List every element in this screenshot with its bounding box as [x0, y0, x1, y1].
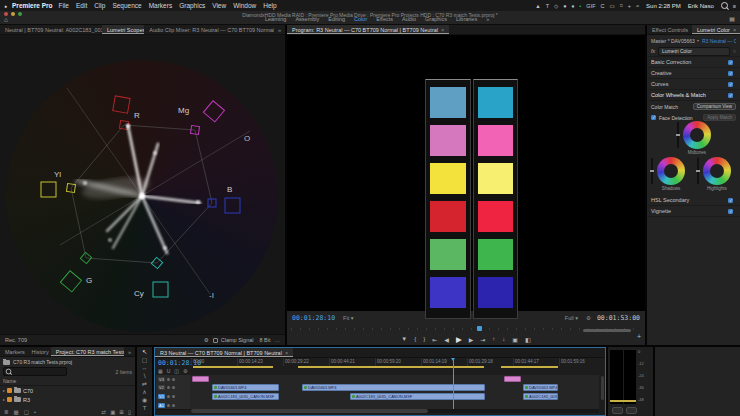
close-icon[interactable]: ×: [733, 27, 736, 33]
ripple-edit-tool[interactable]: ↔: [142, 365, 148, 372]
highlights-wheel[interactable]: [703, 157, 731, 185]
tab-sequence[interactable]: R3 Neutral — C70 BT709 Normal | BT709 Ne…: [155, 348, 293, 357]
twirl-icon[interactable]: ▸: [3, 397, 5, 402]
list-view-icon[interactable]: ≣: [4, 409, 9, 415]
new-item-icon[interactable]: ▯: [128, 409, 131, 415]
tab-history[interactable]: History: [27, 347, 51, 356]
menubar-status-icon[interactable]: +: [628, 3, 631, 9]
menu-sequence[interactable]: Sequence: [112, 2, 141, 9]
menubar-status-icon[interactable]: ♦: [572, 3, 575, 9]
insert-icon[interactable]: ▦: [158, 368, 163, 374]
lift-button[interactable]: ↑: [492, 336, 495, 342]
shadows-luma-slider[interactable]: [651, 158, 653, 184]
workspace-graphics[interactable]: Graphics: [425, 16, 447, 22]
find-icon[interactable]: ▣: [110, 409, 115, 415]
timeline-clip-graphic[interactable]: [504, 376, 521, 382]
extract-button[interactable]: ↓: [502, 336, 505, 342]
bin-name[interactable]: R3: [23, 397, 30, 403]
track-select-tool[interactable]: ▢: [142, 357, 148, 364]
mark-out-button[interactable]: }: [423, 336, 425, 342]
chevron-down-icon[interactable]: ▾: [697, 38, 699, 43]
toggle-track-output-icon[interactable]: [172, 386, 175, 389]
timeline-clip-video[interactable]: A002C183_0035_CANON.MXF: [212, 393, 279, 400]
automate-to-sequence-icon[interactable]: ⇄: [102, 409, 107, 415]
track-header-a1[interactable]: A1: [156, 401, 190, 409]
workspace-audio[interactable]: Audio: [402, 16, 416, 22]
play-button[interactable]: ▶: [456, 335, 462, 344]
menu-help[interactable]: Help: [263, 2, 276, 9]
track-badge[interactable]: V3: [158, 377, 165, 382]
comparison-view-button[interactable]: Comparison View: [693, 103, 736, 110]
bit-depth-label[interactable]: 8 Bit: [259, 337, 270, 343]
go-to-out-button[interactable]: ⇥: [480, 336, 485, 343]
timeline-settings-icon[interactable]: ⚙: [183, 368, 187, 374]
pen-tool[interactable]: ∧: [142, 389, 146, 396]
app-menu-premiere[interactable]: Premiere Pro: [12, 2, 52, 9]
section-basic-correction[interactable]: Basic Correction: [647, 57, 740, 68]
mark-in-button[interactable]: {: [414, 336, 416, 342]
toggle-track-output-icon[interactable]: [172, 395, 175, 398]
program-scrubber[interactable]: [291, 326, 641, 332]
workspace-assembly[interactable]: Assembly: [295, 16, 319, 22]
razor-tool[interactable]: ∖: [143, 373, 147, 380]
lock-icon[interactable]: [167, 378, 170, 381]
timeline-playhead[interactable]: [453, 358, 454, 410]
step-back-button[interactable]: ◀: [444, 336, 449, 343]
track-badge[interactable]: V1: [158, 394, 165, 399]
menu-file[interactable]: File: [59, 2, 69, 9]
workspace-libraries[interactable]: Libraries: [456, 16, 477, 22]
section-enable-checkbox[interactable]: [728, 82, 733, 87]
home-icon[interactable]: ⌂: [4, 16, 8, 23]
clamp-signal-checkbox[interactable]: [213, 338, 218, 343]
program-zoom-scrollbar[interactable]: [583, 329, 631, 332]
menubar-status-icon[interactable]: ⌗: [620, 2, 623, 9]
section-enable-checkbox[interactable]: [728, 93, 733, 98]
scopes-settings-icon[interactable]: ⚙: [204, 337, 209, 343]
menubar-status-icon[interactable]: C: [601, 3, 605, 9]
menubar-status-icon[interactable]: ▪: [579, 3, 581, 9]
menubar-status-icon[interactable]: ●: [563, 3, 566, 9]
menubar-status-icon[interactable]: ▲: [535, 3, 540, 9]
face-detection-checkbox[interactable]: [651, 115, 656, 120]
section-color-wheels-match[interactable]: Color Wheels & Match: [647, 90, 740, 101]
menubar-status-icon[interactable]: T: [546, 3, 549, 9]
menu-markers[interactable]: Markers: [149, 2, 172, 9]
workspace-learning[interactable]: Learning: [265, 16, 286, 22]
apply-match-button[interactable]: Apply Match: [703, 114, 736, 121]
menubar-clock[interactable]: Sun 2:28 PM: [646, 3, 681, 9]
twirl-icon[interactable]: ▸: [3, 388, 5, 393]
track-header-v1[interactable]: V1: [156, 392, 190, 401]
share-icon[interactable]: ▤: [729, 15, 735, 22]
section-enable-checkbox[interactable]: [728, 198, 733, 203]
hand-tool[interactable]: ◉: [142, 397, 147, 404]
workspace-overflow[interactable]: »: [486, 16, 489, 22]
timeline-ruler[interactable]: 00:00 00:00:14:23 00:00:29:22 00:00:44:2…: [191, 358, 599, 366]
tab-lumetri-color[interactable]: Lumetri Color×: [692, 25, 740, 34]
tab-source-monitor[interactable]: Neutral | BT709 Neutral: A002C183_0035_C…: [0, 25, 102, 34]
menu-window[interactable]: Window: [233, 2, 256, 9]
lock-icon[interactable]: [167, 386, 170, 389]
midtones-wheel[interactable]: [683, 121, 711, 149]
timeline-clip-video[interactable]: DAV05663.MP4: [212, 384, 279, 391]
scopes-more-icon[interactable]: …: [275, 337, 281, 343]
menu-view[interactable]: View: [212, 2, 226, 9]
step-forward-button[interactable]: ▶: [469, 336, 474, 343]
mute-icon[interactable]: [167, 404, 170, 407]
control-center-icon[interactable]: ≡: [733, 3, 736, 9]
tab-project[interactable]: Project: C70 R3 match Tests×: [51, 347, 124, 356]
track-badge[interactable]: V2: [158, 385, 165, 390]
slip-tool[interactable]: ⇄: [142, 381, 147, 388]
track-header-v2[interactable]: V2: [156, 383, 190, 392]
timeline-clip-video[interactable]: A002C183_0035_CANON.MXF: [350, 393, 485, 400]
section-enable-checkbox[interactable]: [728, 209, 733, 214]
section-enable-checkbox[interactable]: [728, 60, 733, 65]
freeform-view-icon[interactable]: ▢: [24, 409, 29, 415]
lock-icon[interactable]: [167, 395, 170, 398]
icon-view-icon[interactable]: ▦: [14, 409, 19, 415]
bin-row-r3[interactable]: ▸ R3: [0, 395, 135, 404]
program-current-timecode[interactable]: 00:01:28:10: [292, 314, 335, 322]
timeline-horizontal-scrollbar[interactable]: [191, 409, 599, 413]
effect-name-select[interactable]: Lumetri Color: [658, 47, 730, 56]
tab-overflow-icon[interactable]: »: [124, 349, 135, 355]
track-badge[interactable]: A1: [158, 403, 165, 408]
